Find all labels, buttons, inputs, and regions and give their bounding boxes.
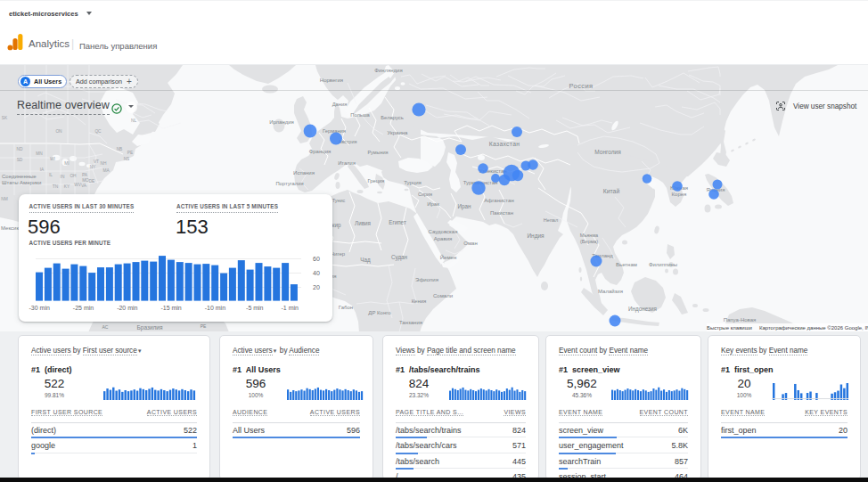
svg-text:-1 min: -1 min — [281, 305, 299, 311]
svg-text:Италия: Италия — [338, 160, 356, 166]
svg-text:Филиппины: Филиппины — [649, 262, 677, 267]
svg-text:Тунис: Тунис — [332, 198, 346, 203]
svg-text:Папуа-Новая: Папуа-Новая — [724, 317, 757, 323]
svg-text:WI: WI — [50, 157, 55, 161]
svg-text:Беларусь: Беларусь — [381, 115, 403, 120]
svg-text:IN: IN — [61, 175, 65, 179]
svg-text:Индия: Индия — [527, 233, 545, 240]
svg-text:Ирак: Ирак — [427, 201, 439, 207]
svg-text:Монголия: Монголия — [594, 149, 621, 155]
svg-text:Россия: Россия — [569, 82, 594, 90]
svg-text:Эфиопия: Эфиопия — [415, 277, 438, 282]
svg-text:NS: NS — [124, 157, 130, 161]
svg-text:Турция: Турция — [404, 180, 422, 185]
svg-text:VT: VT — [94, 159, 99, 164]
svg-text:VA: VA — [81, 184, 87, 188]
svg-text:ON: ON — [55, 129, 62, 134]
svg-text:Чад: Чад — [360, 257, 371, 264]
svg-text:PA: PA — [82, 173, 88, 177]
svg-text:Оман: Оман — [463, 241, 477, 246]
svg-text:Греция: Греция — [368, 178, 385, 184]
svg-text:Аравия: Аравия — [434, 236, 452, 241]
svg-text:Польша: Польша — [350, 112, 370, 118]
svg-text:QC: QC — [94, 129, 102, 134]
svg-text:Штаты Америки: Штаты Америки — [2, 180, 41, 185]
svg-text:Саудовская: Саудовская — [429, 229, 458, 234]
svg-text:IL: IL — [49, 173, 53, 177]
svg-text:-10 min: -10 min — [205, 305, 225, 311]
svg-text:OH: OH — [70, 174, 77, 178]
svg-text:Ирландия: Ирландия — [269, 119, 294, 125]
svg-text:Дания: Дания — [332, 102, 348, 107]
svg-text:-30 min: -30 min — [29, 305, 50, 311]
svg-text:KY: KY — [64, 184, 70, 189]
svg-text:ДР Конго: ДР Конго — [368, 310, 391, 315]
svg-text:40: 40 — [313, 270, 320, 276]
svg-text:NY: NY — [90, 165, 96, 169]
svg-text:Судан: Судан — [391, 254, 408, 261]
svg-text:Португалия: Португалия — [275, 181, 303, 186]
svg-text:(Бирма): (Бирма) — [580, 239, 598, 244]
svg-text:Нигер: Нигер — [331, 251, 346, 257]
svg-text:PE: PE — [201, 323, 207, 329]
svg-text:Кения: Кения — [412, 298, 427, 304]
svg-text:NB: NB — [117, 147, 123, 151]
svg-text:Финляндия: Финляндия — [374, 68, 402, 73]
svg-text:Норвегия: Норвегия — [320, 78, 343, 83]
svg-text:Габон: Габон — [339, 305, 353, 310]
svg-text:Украина: Украина — [388, 130, 409, 135]
svg-text:-25 min: -25 min — [73, 305, 94, 311]
svg-text:Танзания: Танзания — [399, 320, 422, 325]
svg-text:SK: SK — [2, 116, 8, 120]
svg-text:Иран: Иран — [457, 203, 471, 210]
svg-text:Мьянма: Мьянма — [580, 233, 599, 238]
svg-text:Египет: Египет — [389, 219, 406, 225]
svg-text:DE: DE — [89, 179, 95, 184]
svg-text:IA: IA — [40, 167, 45, 172]
svg-text:Ливия: Ливия — [355, 220, 371, 226]
svg-text:Соединенные: Соединенные — [2, 174, 37, 179]
svg-text:Бразилия: Бразилия — [137, 324, 163, 331]
svg-text:Испания: Испания — [293, 170, 315, 176]
svg-text:Сирия: Сирия — [418, 192, 432, 197]
svg-text:Корея: Корея — [672, 192, 687, 197]
svg-text:MA: MA — [102, 168, 110, 173]
svg-text:TN: TN — [53, 184, 59, 189]
svg-text:60: 60 — [313, 256, 320, 262]
svg-text:MN: MN — [36, 151, 43, 156]
svg-text:Непал: Непал — [544, 217, 558, 223]
svg-text:Румыния: Румыния — [367, 150, 388, 155]
svg-text:Пакистан: Пакистан — [490, 210, 513, 216]
svg-text:MI: MI — [64, 161, 69, 166]
svg-text:NH: NH — [101, 161, 107, 166]
svg-text:-15 min: -15 min — [160, 305, 181, 311]
svg-text:Китай: Китай — [603, 188, 620, 194]
svg-text:AC: AC — [102, 324, 109, 330]
svg-text:Индонезия: Индонезия — [628, 306, 657, 313]
svg-text:Вьетнам: Вьетнам — [616, 262, 637, 267]
svg-text:ND: ND — [17, 147, 23, 151]
svg-text:-20 min: -20 min — [117, 305, 137, 311]
svg-text:Афганистан: Афганистан — [484, 198, 513, 203]
svg-text:Казахстан: Казахстан — [489, 141, 520, 147]
svg-text:PE: PE — [127, 151, 133, 155]
svg-text:Франция: Франция — [309, 149, 332, 154]
svg-text:20: 20 — [313, 284, 320, 290]
svg-text:-5 min: -5 min — [246, 305, 264, 311]
svg-text:Малайзия: Малайзия — [598, 289, 623, 294]
svg-text:Сомали: Сомали — [433, 293, 453, 298]
svg-text:NM: NM — [1, 197, 7, 201]
svg-text:Йемен: Йемен — [440, 254, 456, 260]
svg-text:NL: NL — [131, 118, 136, 123]
svg-text:SD: SD — [17, 158, 23, 162]
